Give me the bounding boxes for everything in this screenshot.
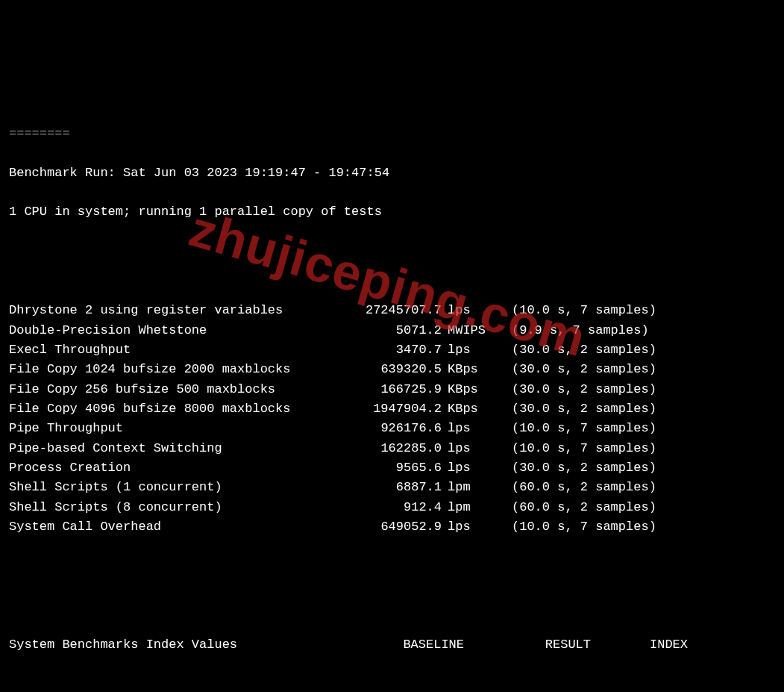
test-row: Pipe Throughput926176.6lps(10.0 s, 7 sam…	[9, 419, 775, 438]
test-unit: lps	[442, 301, 494, 320]
index-header-title: System Benchmarks Index Values	[9, 635, 337, 655]
test-value: 162285.0	[337, 439, 442, 458]
test-row: Dhrystone 2 using register variables2724…	[9, 301, 775, 320]
test-unit: lpm	[442, 478, 494, 497]
test-name: Dhrystone 2 using register variables	[9, 301, 337, 320]
index-header-index: INDEX	[591, 635, 688, 655]
test-value: 9565.6	[337, 458, 442, 478]
test-value: 5071.2	[337, 321, 442, 340]
test-name: System Call Overhead	[9, 517, 337, 537]
cpu-info-line: 1 CPU in system; running 1 parallel copy…	[9, 202, 775, 222]
test-unit: MWIPS	[442, 321, 494, 340]
test-name: Shell Scripts (1 concurrent)	[9, 478, 337, 497]
test-unit: lps	[442, 340, 494, 360]
test-unit: KBps	[442, 360, 494, 379]
test-value: 926176.6	[337, 419, 442, 438]
test-unit: KBps	[442, 380, 494, 399]
test-unit: KBps	[442, 399, 494, 419]
test-note: (60.0 s, 2 samples)	[494, 498, 656, 517]
test-name: File Copy 1024 bufsize 2000 maxblocks	[9, 360, 337, 379]
test-row: File Copy 4096 bufsize 8000 maxblocks194…	[9, 399, 775, 419]
test-row: Execl Throughput3470.7lps(30.0 s, 2 samp…	[9, 340, 775, 360]
test-note: (30.0 s, 2 samples)	[494, 399, 656, 419]
test-note: (10.0 s, 7 samples)	[494, 301, 656, 320]
test-row: File Copy 1024 bufsize 2000 maxblocks639…	[9, 360, 775, 379]
test-value: 1947904.2	[337, 399, 442, 419]
blank-line	[9, 242, 775, 261]
test-value: 639320.5	[337, 360, 442, 379]
tests-table: Dhrystone 2 using register variables2724…	[9, 301, 775, 537]
test-row: File Copy 256 bufsize 500 maxblocks16672…	[9, 380, 775, 399]
test-unit: lpm	[442, 498, 494, 517]
test-note: (60.0 s, 2 samples)	[494, 478, 656, 497]
test-value: 912.4	[337, 498, 442, 517]
test-note: (9.9 s, 7 samples)	[494, 321, 649, 340]
test-note: (30.0 s, 2 samples)	[494, 380, 656, 399]
test-row: Double-Precision Whetstone5071.2MWIPS(9.…	[9, 321, 775, 340]
test-name: File Copy 256 bufsize 500 maxblocks	[9, 380, 337, 399]
test-row: Pipe-based Context Switching162285.0lps(…	[9, 439, 775, 458]
test-value: 3470.7	[337, 340, 442, 360]
test-row: System Call Overhead649052.9lps(10.0 s, …	[9, 517, 775, 537]
test-name: Pipe-based Context Switching	[9, 439, 337, 458]
test-unit: lps	[442, 419, 494, 438]
test-note: (30.0 s, 2 samples)	[494, 340, 656, 360]
test-note: (30.0 s, 2 samples)	[494, 458, 656, 478]
test-name: Execl Throughput	[9, 340, 337, 360]
test-name: File Copy 4096 bufsize 8000 maxblocks	[9, 399, 337, 419]
test-note: (10.0 s, 7 samples)	[494, 419, 656, 438]
test-value: 166725.9	[337, 380, 442, 399]
test-note: (10.0 s, 7 samples)	[494, 439, 656, 458]
test-unit: lps	[442, 458, 494, 478]
test-value: 649052.9	[337, 517, 442, 537]
test-value: 6887.1	[337, 478, 442, 497]
top-separator: ========	[9, 124, 775, 143]
test-value: 27245707.7	[337, 301, 442, 320]
index-header-result: RESULT	[464, 635, 591, 655]
test-name: Shell Scripts (8 concurrent)	[9, 498, 337, 517]
index-header-baseline: BASELINE	[337, 635, 464, 655]
test-unit: lps	[442, 517, 494, 537]
test-row: Process Creation9565.6lps(30.0 s, 2 samp…	[9, 458, 775, 478]
test-note: (30.0 s, 2 samples)	[494, 360, 656, 379]
test-row: Shell Scripts (8 concurrent)912.4lpm(60.…	[9, 498, 775, 517]
test-name: Double-Precision Whetstone	[9, 321, 337, 340]
test-row: Shell Scripts (1 concurrent)6887.1lpm(60…	[9, 478, 775, 497]
test-name: Pipe Throughput	[9, 419, 337, 438]
blank-line	[9, 576, 775, 596]
test-note: (10.0 s, 7 samples)	[494, 517, 656, 537]
benchmark-run-line: Benchmark Run: Sat Jun 03 2023 19:19:47 …	[9, 163, 775, 183]
test-name: Process Creation	[9, 458, 337, 478]
test-unit: lps	[442, 439, 494, 458]
index-header-row: System Benchmarks Index Values BASELINE …	[9, 635, 775, 655]
